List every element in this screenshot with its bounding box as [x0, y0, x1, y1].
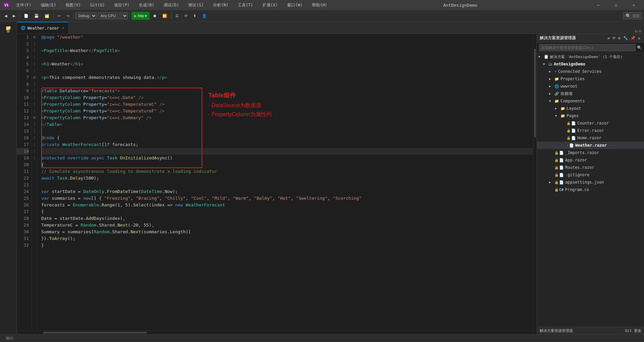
se-project-root[interactable]: ▼ 🗂 AntDesignDemo: [537, 60, 644, 68]
counter-razor-label: Counter.razor: [577, 121, 609, 126]
platform-select[interactable]: Any CPU: [98, 12, 128, 19]
code-line-16: @code {: [41, 135, 533, 141]
code-line-3: <PageTitle>Weather</PageTitle>: [41, 47, 533, 54]
editor-vertical-scrollbar[interactable]: [533, 34, 537, 330]
se-item-gitignore[interactable]: 🔒 📄 .gitignore: [537, 171, 644, 179]
menu-git[interactable]: Git(G): [88, 2, 107, 8]
se-solution-arrow: ▼: [538, 55, 544, 58]
title-bar: VS 文件(F) 编辑(E) 视图(V) Git(G) 项目(P) 生成(B) …: [0, 0, 644, 10]
menu-help[interactable]: 帮助(H): [309, 2, 330, 9]
menu-analyze[interactable]: 分析(N): [210, 2, 231, 9]
se-item-counter-razor[interactable]: 🔒 📄 Counter.razor: [537, 119, 644, 127]
se-item-app-razor[interactable]: 🔒 📄 App.razor: [537, 156, 644, 164]
stop-button[interactable]: ⏹: [151, 12, 159, 20]
menu-test[interactable]: 测试(S): [185, 2, 206, 9]
se-item-properties[interactable]: ▶ 📁 Properties: [537, 75, 644, 83]
code-line-27: {: [41, 208, 533, 215]
menu-view[interactable]: 视图(V): [63, 2, 84, 9]
se-pin-icon[interactable]: 📌: [630, 36, 636, 41]
code-content[interactable]: @page "/weather" <PageTitle>Weather</Pag…: [37, 34, 533, 330]
forward-button[interactable]: ▶: [10, 12, 18, 20]
se-filter-icon[interactable]: 🔧: [622, 36, 629, 41]
project-icon: 🗂: [548, 62, 552, 66]
se-item-routes-razor[interactable]: 🔒 📄 Routes.razor: [537, 164, 644, 171]
se-item-home-razor[interactable]: 🔒 📄 Home.razor: [537, 134, 644, 142]
cs-icon: ⚡: [554, 69, 557, 74]
comp-label: Components: [560, 99, 585, 103]
error-razor-icon: 📄: [571, 129, 576, 133]
maximize-button[interactable]: □: [608, 0, 624, 10]
code-line-10: <PropertyColumn Property="c=>c.Date" />: [41, 94, 533, 101]
menu-debug[interactable]: 调试(D): [161, 2, 182, 9]
dep-arrow: ▶: [549, 92, 554, 95]
explorer-icon[interactable]: 📁: [3, 23, 13, 33]
tab-close-button[interactable]: ✕: [62, 26, 64, 30]
menu-edit[interactable]: 编辑(E): [38, 2, 59, 9]
se-item-components[interactable]: ▼ 📁 Components: [537, 97, 644, 105]
close-button[interactable]: ✕: [626, 0, 641, 10]
app-title: AntDesignDemo: [443, 3, 477, 8]
code-line-1: @page "/weather": [41, 34, 533, 41]
app-razor-icon: 📄: [559, 158, 564, 162]
tab-bar: 🌐 Weather.razor ✕ ⊟ ⚙: [17, 22, 644, 34]
git-changes-label[interactable]: Git 更改: [625, 328, 642, 333]
new-file-button[interactable]: 📄: [21, 12, 31, 20]
prog-lock-icon: 🔒: [554, 188, 558, 192]
undo-button[interactable]: ↩: [55, 12, 63, 20]
menu-project[interactable]: 项目(P): [111, 2, 132, 9]
se-collapse-icon[interactable]: ⊟: [617, 36, 622, 41]
dep-icon: 🔗: [554, 92, 559, 96]
debug-config-select[interactable]: Debug: [75, 12, 97, 19]
se-item-appsettings[interactable]: ▶ 🔒 📄 appsettings.json: [537, 179, 644, 186]
gutter: ⊟ │ │ │ │ │ ⊟ │ │ │: [32, 34, 37, 330]
redo-button[interactable]: ↪: [64, 12, 72, 20]
prop-arrow: ▶: [549, 77, 554, 81]
minimize-button[interactable]: ─: [591, 0, 606, 10]
step-over-button[interactable]: ⏩: [160, 12, 169, 20]
menu-tools[interactable]: 工具(T): [235, 2, 256, 9]
se-item-error-razor[interactable]: 🔒 📄 Error.razor: [537, 127, 644, 134]
menu-window[interactable]: 窗口(W): [284, 2, 305, 9]
se-search-input[interactable]: [539, 44, 636, 51]
solution-explorer: 解决方案资源管理器 ⇄ ⟳ ⊟ 🔧 📌 ✕ 🔍: [537, 34, 644, 334]
profile-button[interactable]: 👤: [200, 12, 209, 20]
se-item-connected-services[interactable]: ▶ ⚡ Connected Services: [537, 68, 644, 75]
se-item-layout[interactable]: ▶ 📁 Layout: [537, 105, 644, 112]
se-solution-root[interactable]: ▼ 📋 解决方案 'AntDesignDemo' (1 个项目): [537, 53, 644, 60]
appsettings-label: appsettings.json: [565, 180, 604, 185]
publish-button[interactable]: ⬆: [191, 12, 199, 20]
se-item-imports-razor[interactable]: 🔒 📄 _Imports.razor: [537, 149, 644, 156]
se-item-wwwroot[interactable]: ▶ 🌐 wwwroot: [537, 83, 644, 90]
format-button[interactable]: ☰: [173, 12, 181, 20]
annotation-line1: - DataSource为数据源: [208, 101, 272, 110]
se-item-weather-razor[interactable]: ✓ 📄 Weather.razor: [537, 142, 644, 149]
code-line-17: private WeatherForecast[]? forecasts;: [41, 141, 533, 148]
pages-icon: 📁: [560, 114, 565, 118]
menu-extensions[interactable]: 扩展(X): [260, 2, 281, 9]
output-tab[interactable]: 输出: [3, 336, 17, 341]
menu-file[interactable]: 文件(F): [13, 2, 34, 9]
se-refresh-icon[interactable]: ⟳: [611, 36, 616, 41]
save-all-button[interactable]: 🗂️: [42, 12, 52, 20]
run-button[interactable]: ▶ http ▾: [131, 12, 150, 20]
editor-horizontal-scrollbar[interactable]: [17, 330, 537, 334]
settings-icon[interactable]: ⚙: [639, 29, 641, 34]
code-line-19: protected override async Task OnInitiali…: [41, 155, 533, 161]
se-close-icon[interactable]: ✕: [637, 36, 641, 41]
git-button[interactable]: ⟳: [182, 12, 190, 20]
scrollbar-thumb: [534, 49, 536, 138]
code-line-14: </Table>: [41, 121, 533, 128]
code-line-24: var startDate = DateOnly.FromDateTime(Da…: [41, 188, 533, 195]
save-button[interactable]: 💾: [32, 12, 41, 20]
se-item-pages[interactable]: ▼ 📁 Pages: [537, 112, 644, 119]
menu-build[interactable]: 生成(B): [136, 2, 157, 9]
back-button[interactable]: ◀: [2, 12, 9, 20]
solution-icon: 📋: [544, 54, 549, 59]
se-sync-icon[interactable]: ⇄: [607, 36, 611, 41]
tab-weather-razor[interactable]: 🌐 Weather.razor ✕: [17, 22, 69, 34]
se-item-dependencies[interactable]: ▶ 🔗 依赖项: [537, 90, 644, 97]
collapse-all-icon[interactable]: ⊟: [635, 29, 638, 34]
home-razor-label: Home.razor: [577, 136, 601, 140]
se-tree: ▼ 📋 解决方案 'AntDesignDemo' (1 个项目) ▼ 🗂 Ant…: [537, 53, 644, 327]
se-item-program-cs[interactable]: 🔒 C# Program.cs: [537, 186, 644, 193]
